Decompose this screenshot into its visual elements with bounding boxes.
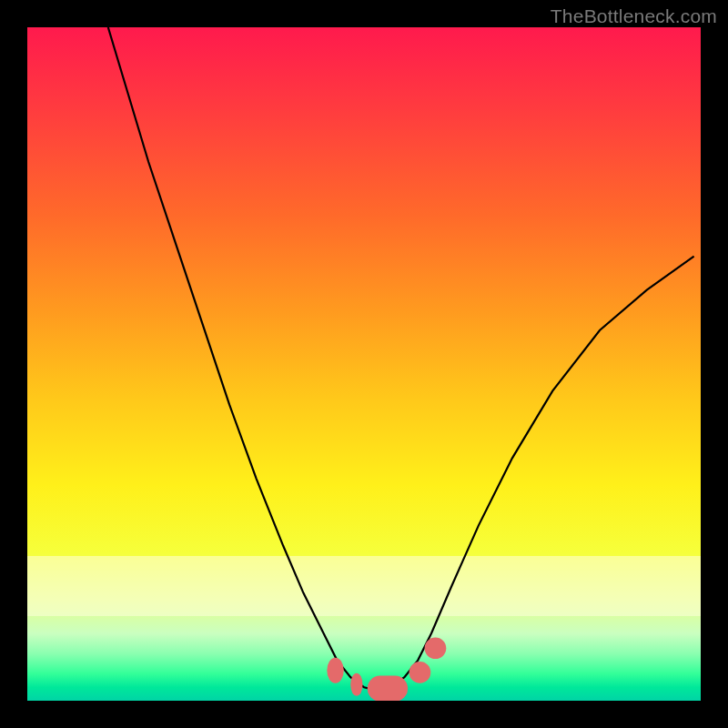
watermark-text: TheBottleneck.com [551,5,717,27]
curve-layer [27,27,701,701]
marker-segment [350,673,362,696]
marker-segment [327,658,344,683]
highlight-band [27,556,701,617]
chart-frame: TheBottleneck.com [0,0,728,728]
marker-group [327,637,446,701]
plot-area [27,27,701,701]
marker-segment [368,676,408,701]
marker-dot [425,637,447,659]
bottleneck-curve [108,27,694,691]
marker-dot [410,662,431,683]
